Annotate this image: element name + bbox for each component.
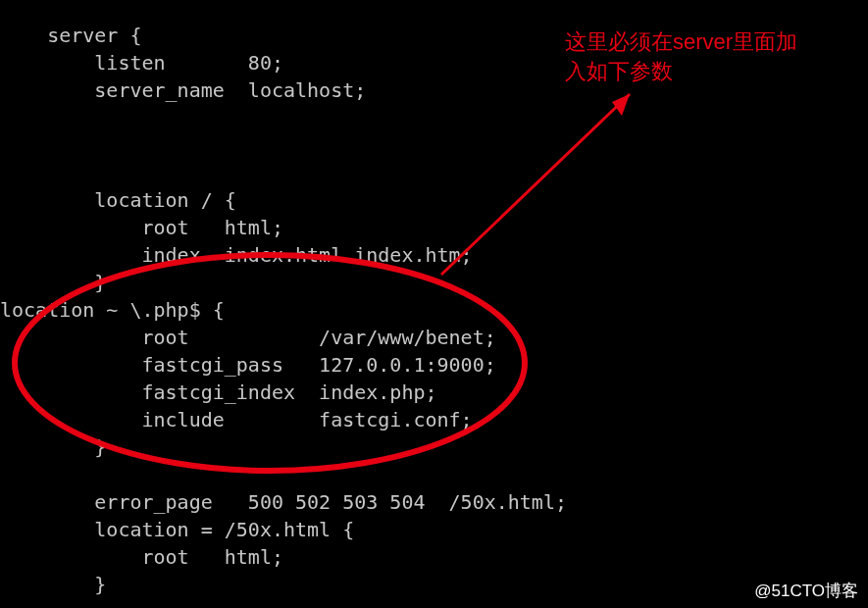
code-line: } xyxy=(0,435,106,459)
code-line: fastcgi_index index.php; xyxy=(0,380,437,404)
code-line: fastcgi_pass 127.0.0.1:9000; xyxy=(0,353,496,377)
code-line: index index.html index.htm; xyxy=(0,243,473,267)
code-line: include fastcgi.conf; xyxy=(0,408,473,431)
code-line: root /var/www/benet; xyxy=(0,326,496,349)
code-line: root html; xyxy=(0,216,283,239)
code-line: } xyxy=(0,573,106,596)
arrow-head-icon xyxy=(612,94,630,116)
code-line: server { xyxy=(0,24,142,47)
code-line: location = /50x.html { xyxy=(0,518,354,541)
code-line: location / { xyxy=(0,188,236,212)
watermark-text: @51CTO博客 xyxy=(754,580,858,602)
code-line: } xyxy=(0,271,106,294)
code-line: root html; xyxy=(0,545,283,569)
code-line: error_page 500 502 503 504 /50x.html; xyxy=(0,490,567,514)
code-line: listen 80; xyxy=(0,51,283,75)
code-line: server_name localhost; xyxy=(0,78,366,102)
annotation-text: 这里必须在server里面加 入如下参数 xyxy=(565,27,797,86)
code-line: location ~ \.php$ { xyxy=(0,298,225,322)
nginx-config-code: server { listen 80; server_name localhos… xyxy=(0,22,567,598)
